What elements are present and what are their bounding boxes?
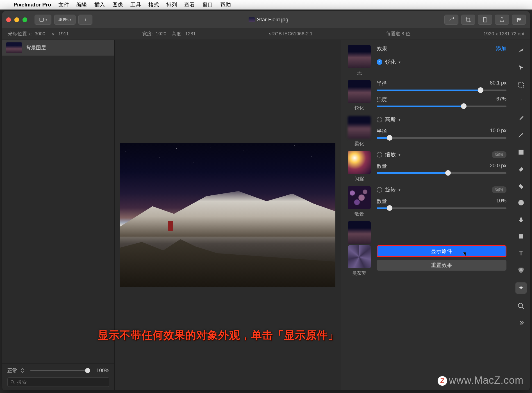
preset-sharpen-thumb[interactable]	[348, 80, 371, 103]
search-placeholder: 搜索	[17, 379, 27, 385]
preset-flash-thumb[interactable]	[348, 151, 371, 174]
add-effect-link[interactable]: 添加	[496, 45, 506, 52]
menu-format[interactable]: 格式	[148, 1, 159, 8]
preset-original-thumb[interactable]	[348, 221, 371, 244]
titlebar: ▾ 40%▾ ＋ Star Field.jpg	[2, 11, 530, 28]
svg-rect-11	[519, 82, 523, 87]
gauss-radius-slider[interactable]	[377, 137, 506, 139]
gauss-radius-value: 10.0 px	[490, 128, 506, 134]
repair-tool-icon[interactable]	[517, 181, 526, 190]
chevron-down-icon[interactable]: ▾	[399, 188, 401, 192]
zoom-edit-button[interactable]: 编辑	[492, 151, 506, 158]
pen-tool-icon[interactable]	[517, 215, 526, 224]
svg-rect-0	[40, 18, 43, 21]
paint-selection-button[interactable]	[444, 15, 458, 25]
share-button[interactable]	[495, 15, 509, 25]
rect-tool-icon[interactable]	[517, 232, 526, 241]
app-window: ▾ 40%▾ ＋ Star Field.jpg 光标位置 x: 3000 y: …	[2, 11, 530, 390]
opacity-value: 100%	[96, 368, 109, 374]
canvas-area[interactable]: 显示不带任何效果的对象外观，单击「显示原件」	[115, 40, 341, 390]
chevron-down-icon: ▾	[46, 18, 47, 22]
zoom-dropdown[interactable]: 40%▾	[54, 15, 76, 25]
layer-name: 背景图层	[26, 44, 46, 51]
gauss-checkbox[interactable]	[377, 117, 382, 122]
arrow-tool-icon[interactable]	[517, 63, 526, 72]
close-button[interactable]	[6, 17, 11, 22]
eraser-tool-icon[interactable]	[517, 164, 526, 173]
filename-label: Star Field.jpg	[257, 17, 288, 23]
layer-thumbnail	[6, 42, 22, 53]
text-tool-icon[interactable]	[517, 249, 526, 258]
app-menu[interactable]: Pixelmator Pro	[13, 2, 51, 8]
search-input[interactable]: 搜索	[7, 377, 109, 387]
brush-tool-icon[interactable]	[517, 131, 526, 140]
menu-image[interactable]: 图像	[112, 1, 123, 8]
intensity-label: 强度	[377, 96, 387, 103]
chevron-down-icon[interactable]: ▾	[399, 118, 401, 122]
preset-flash-label: 闪耀	[354, 176, 364, 182]
svg-rect-14	[519, 234, 523, 238]
stepper-icon[interactable]	[21, 368, 24, 373]
svg-point-7	[519, 19, 520, 20]
preset-soften-thumb[interactable]	[348, 116, 371, 139]
menu-arrange[interactable]: 排列	[166, 1, 177, 8]
menu-edit[interactable]: 编辑	[76, 1, 87, 8]
svg-point-9	[11, 380, 13, 383]
eyedropper-icon[interactable]	[517, 114, 526, 123]
spin-edit-button[interactable]: 编辑	[492, 186, 506, 193]
zoom-tool-icon[interactable]	[517, 301, 526, 310]
chevron-down-icon[interactable]: ▾	[399, 153, 401, 157]
menu-window[interactable]: 窗口	[202, 1, 213, 8]
canvas-image	[120, 143, 335, 287]
effects-tool-icon[interactable]	[515, 282, 527, 294]
crop-button[interactable]	[461, 15, 475, 25]
panel-toggle-button[interactable]	[512, 15, 526, 25]
cursor-position: 光标位置 x: 3000 y: 1911	[8, 31, 69, 37]
spin-amount-slider[interactable]	[377, 207, 506, 209]
magic-wand-icon[interactable]	[517, 97, 526, 106]
menu-insert[interactable]: 插入	[94, 1, 105, 8]
menu-tools[interactable]: 工具	[130, 1, 141, 8]
gradient-tool-icon[interactable]	[517, 148, 526, 157]
color-adjust-icon[interactable]	[517, 266, 526, 275]
shape-tool-icon[interactable]	[517, 198, 526, 207]
preset-none-thumb[interactable]	[348, 45, 371, 68]
spin-amount-label: 数量	[377, 198, 387, 205]
reset-effects-button[interactable]: 重置效果	[377, 260, 506, 271]
style-tool-icon[interactable]	[517, 47, 526, 56]
blend-mode-dropdown[interactable]: 正常	[7, 367, 17, 374]
zoom-button[interactable]	[22, 17, 27, 22]
more-tools-icon[interactable]	[517, 318, 526, 327]
gauss-name: 高斯	[385, 116, 396, 123]
chevron-down-icon[interactable]: ▾	[399, 60, 401, 64]
effects-panel: 无 效果 添加 锐化 ▾	[341, 40, 512, 390]
marquee-tool-icon[interactable]	[517, 80, 526, 89]
menu-file[interactable]: 文件	[58, 1, 69, 8]
preset-kaleido-thumb[interactable]	[348, 245, 371, 268]
sharpen-checkbox[interactable]	[377, 59, 382, 65]
layer-row[interactable]: 背景图层	[2, 40, 114, 56]
preset-bokeh-thumb[interactable]	[348, 186, 371, 209]
zoom-checkbox[interactable]	[377, 152, 382, 157]
preset-bokeh-label: 散景	[354, 211, 364, 217]
document-button[interactable]	[478, 15, 492, 25]
minimize-button[interactable]	[14, 17, 19, 22]
menu-view[interactable]: 查看	[184, 1, 195, 8]
radius-slider[interactable]	[377, 90, 506, 91]
menu-help[interactable]: 帮助	[220, 1, 231, 8]
spin-checkbox[interactable]	[377, 187, 382, 193]
intensity-value: 67%	[496, 96, 506, 103]
window-title: Star Field.jpg	[95, 17, 442, 23]
intensity-slider[interactable]	[377, 106, 506, 107]
svg-point-17	[519, 269, 523, 273]
svg-point-18	[518, 303, 522, 307]
add-button[interactable]: ＋	[78, 15, 92, 25]
opacity-slider[interactable]	[30, 370, 90, 371]
zoom-amount-slider[interactable]	[377, 172, 506, 174]
zoom-amount-value: 20.0 px	[490, 163, 506, 170]
preset-sharpen-label: 锐化	[354, 105, 364, 111]
effects-title: 效果	[377, 45, 387, 52]
show-original-button[interactable]: 显示原件	[377, 245, 506, 257]
svg-point-2	[453, 18, 454, 19]
sidebar-toggle[interactable]: ▾	[35, 15, 51, 25]
